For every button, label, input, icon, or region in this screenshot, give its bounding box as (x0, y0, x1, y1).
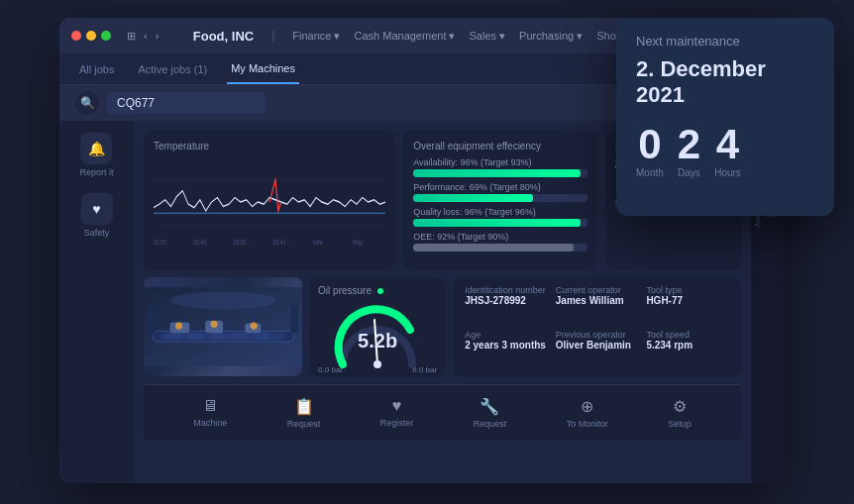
safety-icon: ♥ (81, 193, 113, 225)
next-maintenance-overlay: Next maintenance 2. December 2021 0 Mont… (616, 18, 834, 216)
register-nav-label: Register (380, 418, 414, 428)
request2-nav-label: Request (474, 419, 507, 429)
bottom-nav: 🖥 Machine 📋 Request ♥ Register 🔧 Request… (144, 384, 741, 440)
svg-point-22 (175, 323, 182, 330)
detail-age: Age 2 years 3 months (465, 330, 548, 368)
traffic-lights (71, 31, 111, 41)
maximize-button[interactable] (101, 31, 111, 41)
sidebar-item-report[interactable]: 🔔 Report it (79, 133, 113, 177)
sidebar-item-safety[interactable]: ♥ Safety (81, 193, 113, 238)
close-button[interactable] (71, 31, 81, 41)
machine-details-card: Identitcation number JHSJ-278992 Current… (453, 277, 741, 376)
svg-rect-16 (254, 333, 269, 340)
machine-nav-label: Machine (193, 418, 227, 428)
detail-prev-operator: Previous operator Oliver Benjamin (556, 330, 639, 368)
svg-rect-12 (165, 333, 181, 340)
oil-header: Oil pressure (318, 285, 437, 296)
monitor-nav-label: To Monitor (567, 419, 608, 429)
report-label: Report it (79, 167, 113, 177)
setup-nav-icon: ⚙ (673, 397, 687, 416)
svg-point-24 (251, 323, 258, 330)
machine-nav-icon: 🖥 (202, 397, 218, 415)
request2-nav-icon: 🔧 (480, 397, 499, 416)
title-bar-nav-icons: ⊞ ‹ › (127, 30, 159, 43)
request1-nav-label: Request (287, 419, 321, 429)
machine-image-card (144, 277, 302, 376)
detail-id: Identitcation number JHSJ-278992 (465, 285, 548, 324)
svg-text:02:00: 02:00 (154, 238, 166, 246)
temperature-chart: 02:00 02:40 03:00 03:41 Now May (154, 157, 385, 247)
oee-total: OEE: 92% (Target 90%) (413, 232, 587, 252)
svg-rect-21 (291, 305, 298, 333)
svg-rect-15 (232, 333, 248, 340)
forward-icon[interactable]: › (156, 30, 160, 43)
svg-text:May: May (353, 238, 363, 247)
back-icon[interactable]: ‹ (144, 30, 148, 43)
app-brand: Food, INC (193, 29, 254, 44)
search-icon-wrapper: 🔍 (75, 91, 99, 115)
overlay-title: Next maintenance (636, 34, 814, 49)
overlay-days: 2 Days (678, 124, 700, 178)
oil-title: Oil pressure (318, 285, 372, 296)
bottom-nav-request2[interactable]: 🔧 Request (474, 397, 507, 429)
tab-active-jobs[interactable]: Active jobs (1) (134, 53, 211, 84)
overlay-months: 0 Month (636, 124, 664, 178)
nav-cash[interactable]: Cash Management ▾ (355, 30, 456, 43)
svg-text:02:40: 02:40 (193, 238, 206, 246)
bottom-nav-request1[interactable]: 📋 Request (287, 397, 321, 429)
overlay-hours: 4 Hours (714, 124, 741, 178)
grid-icon: ⊞ (127, 30, 136, 43)
bottom-nav-setup[interactable]: ⚙ Setup (668, 397, 692, 429)
oee-performance: Performance: 69% (Target 80%) (413, 182, 587, 202)
search-input[interactable] (107, 92, 266, 114)
machine-image (144, 277, 302, 376)
svg-text:03:00: 03:00 (234, 238, 247, 246)
bottom-row: Oil pressure (144, 277, 741, 376)
safety-label: Safety (84, 228, 110, 238)
temperature-card: Temperature 02:00 02:4 (144, 131, 395, 269)
setup-nav-label: Setup (668, 419, 692, 429)
detail-tool-type: Tool type HGH-77 (646, 285, 729, 324)
oee-title: Overall equipment effeciency (413, 141, 587, 151)
register-nav-icon: ♥ (392, 397, 402, 415)
overlay-date: 2. December 2021 (636, 56, 814, 108)
report-icon: 🔔 (80, 133, 112, 164)
conveyor-svg (144, 277, 302, 376)
svg-text:03:41: 03:41 (273, 238, 286, 246)
nav-purchasing[interactable]: Purchasing ▾ (519, 30, 583, 43)
minimize-button[interactable] (86, 31, 96, 41)
oee-quality: Quality loss: 96% (Target 96%) (413, 207, 587, 227)
svg-rect-14 (210, 333, 226, 340)
bottom-nav-monitor[interactable]: ⊕ To Monitor (567, 397, 608, 429)
svg-rect-13 (187, 333, 203, 340)
nav-sales[interactable]: Sales ▾ (470, 30, 506, 43)
oil-gauge: 5.2b (318, 300, 437, 369)
left-sidebar: 🔔 Report it ♥ Safety (59, 121, 134, 483)
search-icon: 🔍 (80, 96, 95, 110)
svg-rect-20 (148, 305, 155, 333)
tab-all-jobs[interactable]: All jobs (75, 53, 118, 84)
monitor-nav-icon: ⊕ (581, 397, 593, 416)
oil-value: 5.2b (358, 330, 397, 353)
detail-tool-speed: Tool speed 5.234 rpm (646, 330, 729, 368)
bottom-nav-register[interactable]: ♥ Register (380, 397, 414, 428)
svg-point-23 (211, 321, 218, 328)
detail-operator: Current operator James William (556, 285, 639, 324)
bottom-nav-machine[interactable]: 🖥 Machine (193, 397, 227, 428)
oee-availability: Availability: 96% (Target 93%) (413, 157, 587, 177)
svg-point-27 (374, 360, 381, 368)
tab-my-machines[interactable]: My Machines (227, 53, 299, 84)
svg-point-25 (170, 291, 276, 309)
nav-finance[interactable]: Finance ▾ (292, 30, 340, 43)
svg-text:Now: Now (313, 238, 323, 246)
temperature-title: Temperature (154, 141, 385, 151)
overlay-countdown: 0 Month 2 Days 4 Hours (636, 124, 814, 178)
oee-card: Overall equipment effeciency Availabilit… (403, 131, 597, 269)
request1-nav-icon: 📋 (294, 397, 314, 416)
oil-status-dot (377, 288, 383, 294)
oil-pressure-card: Oil pressure (310, 277, 445, 376)
